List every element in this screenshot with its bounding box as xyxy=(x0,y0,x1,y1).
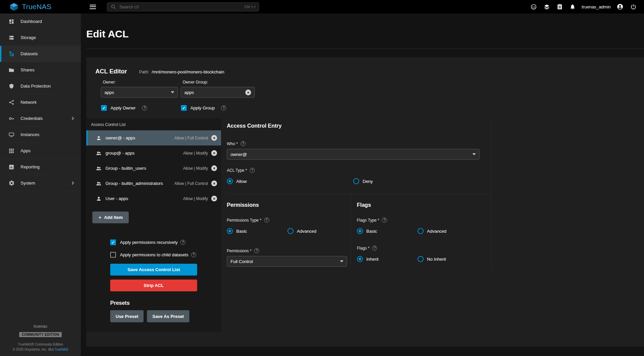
acl-list-heading: Access Control List xyxy=(86,118,221,130)
help-icon[interactable] xyxy=(221,105,226,110)
radio-permissions-advanced[interactable]: Advanced xyxy=(287,228,348,234)
search-bar[interactable]: Ctrl + / xyxy=(107,2,259,11)
help-icon[interactable] xyxy=(250,168,255,173)
apply-recursively-checkbox[interactable] xyxy=(110,239,116,245)
truenas-app: TrueNAS Ctrl + / truenas_admi xyxy=(0,0,644,356)
sidebar-item-credentials[interactable]: Credentials xyxy=(0,110,81,127)
sidebar-item-dashboard[interactable]: Dashboard xyxy=(0,13,81,30)
user-menu-button[interactable] xyxy=(615,1,625,12)
acl-entry-permission: Allow | Modify xyxy=(183,196,208,201)
help-icon[interactable] xyxy=(180,240,185,245)
acl-entry-row[interactable]: User - apps Allow | Modify xyxy=(86,191,221,206)
sidebar-item-label: Storage xyxy=(21,35,36,40)
flags-radio-group: Inherit No Inherit xyxy=(357,256,491,262)
help-icon[interactable] xyxy=(254,248,259,253)
plus-icon xyxy=(98,215,102,220)
sidebar-item-label: Shares xyxy=(21,67,34,72)
edition-text: TrueNAS® Community Edition xyxy=(0,343,81,346)
apply-recursively-label: Apply permissions recursively xyxy=(120,240,178,245)
who-select[interactable]: owner@ xyxy=(227,149,480,160)
sidebar-item-storage[interactable]: Storage xyxy=(0,30,81,46)
sidebar-item-data-protection[interactable]: Data Protection xyxy=(0,78,81,94)
apply-owner-checkbox[interactable] xyxy=(101,105,107,111)
remove-entry-icon[interactable] xyxy=(211,165,217,171)
radio-flags-advanced[interactable]: Advanced xyxy=(418,228,478,234)
chevron-down-icon xyxy=(171,91,174,93)
radio-no-inherit[interactable]: No Inherit xyxy=(418,256,478,262)
truenas-logo[interactable]: TrueNAS xyxy=(0,3,81,11)
sidebar-item-datasets[interactable]: Datasets xyxy=(0,46,81,62)
sidebar-item-apps[interactable]: Apps xyxy=(0,143,81,159)
sidebar-item-system[interactable]: System xyxy=(0,175,81,191)
help-icon[interactable] xyxy=(142,105,147,110)
radio-flags-basic[interactable]: Basic xyxy=(357,228,418,234)
acl-entry-permission: Allow | Full Control xyxy=(174,181,208,186)
radio-deny[interactable]: Deny xyxy=(353,178,480,184)
help-icon[interactable] xyxy=(382,218,387,223)
chevron-down-icon xyxy=(472,153,476,155)
sidebar-item-instances[interactable]: Instances xyxy=(0,127,81,143)
title-divider xyxy=(86,48,644,49)
owner-group-value: apps xyxy=(184,90,245,95)
use-preset-button[interactable]: Use Preset xyxy=(110,310,144,322)
radio-allow[interactable]: Allow xyxy=(227,178,353,184)
remove-entry-icon[interactable] xyxy=(211,196,217,201)
sidebar-item-label: Reporting xyxy=(21,164,39,169)
preset-buttons-row: Use Preset Save As Preset xyxy=(110,310,197,322)
top-bar: TrueNAS Ctrl + / truenas_admi xyxy=(0,0,644,13)
save-as-preset-button[interactable]: Save As Preset xyxy=(147,310,189,322)
owner-value: apps xyxy=(104,90,171,95)
help-icon[interactable] xyxy=(191,252,196,257)
sidebar-item-label: Instances xyxy=(21,132,39,137)
permissions-type-label: Permissions Type * xyxy=(227,218,350,223)
sidebar-item-network[interactable]: Network xyxy=(0,94,81,110)
acl-entry-row[interactable]: owner@ - apps Allow | Full Control xyxy=(86,130,221,145)
add-item-button[interactable]: Add Item xyxy=(92,212,129,223)
edition-badge: COMMUNITY EDITION xyxy=(19,332,62,337)
owner-select[interactable]: apps xyxy=(101,87,178,98)
acl-entry-row[interactable]: group@ - apps Allow | Modify xyxy=(86,145,221,161)
power-menu-button[interactable] xyxy=(628,2,639,12)
owner-group-input[interactable]: apps xyxy=(181,87,255,98)
user-icon xyxy=(96,135,102,141)
strip-acl-button[interactable]: Strip ACL xyxy=(110,280,197,291)
help-icon[interactable] xyxy=(241,141,246,146)
permissions-select[interactable]: Full Control xyxy=(227,256,347,267)
help-icon[interactable] xyxy=(372,246,377,251)
who-label: Who * xyxy=(227,141,644,146)
remove-entry-icon[interactable] xyxy=(211,135,217,141)
alerts-button[interactable] xyxy=(568,2,578,12)
sidebar-toggle-button[interactable] xyxy=(88,3,98,11)
user-avatar-icon xyxy=(617,3,623,10)
help-icon[interactable] xyxy=(264,218,269,223)
logged-in-username: truenas_admin xyxy=(582,4,611,9)
apply-to-child-datasets-checkbox[interactable] xyxy=(110,252,116,258)
acl-entry-row[interactable]: Group - builtin_users Allow | Modify xyxy=(86,161,221,176)
sidebar: Dashboard Storage Datasets Shares Data P… xyxy=(0,13,81,356)
permissions-column: Permissions Permissions Type * Basic xyxy=(227,194,350,267)
sidebar-item-reporting[interactable]: Reporting xyxy=(0,159,81,175)
search-input[interactable] xyxy=(119,4,242,10)
gear-icon xyxy=(8,180,15,186)
acl-entry-row[interactable]: Group - builtin_administrators Allow | F… xyxy=(86,176,221,191)
owner-field-group: Owner: apps xyxy=(101,80,178,98)
radio-inherit[interactable]: Inherit xyxy=(357,256,418,262)
acl-entry-permission: Allow | Modify xyxy=(183,151,208,156)
sidebar-item-shares[interactable]: Shares xyxy=(0,62,81,78)
permissions-value: Full Control xyxy=(231,259,340,264)
main-content: Edit ACL ACL Editor Path:/mnt/monero-poo… xyxy=(81,13,644,356)
apply-group-label: Apply Group xyxy=(190,105,215,110)
acl-type-radio-group: Allow Deny xyxy=(227,178,644,184)
sidebar-footer: truenas COMMUNITY EDITION TrueNAS® Commu… xyxy=(0,324,81,356)
remove-entry-icon[interactable] xyxy=(211,181,217,186)
clear-field-icon[interactable] xyxy=(245,90,251,95)
recursive-checkbox-row: Apply permissions recursively xyxy=(110,239,197,245)
save-acl-button[interactable]: Save Access Control List xyxy=(110,264,197,276)
truecommand-button[interactable] xyxy=(542,2,552,12)
truenas-link[interactable]: TrueNAS xyxy=(55,348,68,351)
remove-entry-icon[interactable] xyxy=(211,150,217,156)
feedback-button[interactable] xyxy=(528,2,539,12)
jobs-button[interactable] xyxy=(555,2,565,12)
apply-group-checkbox[interactable] xyxy=(181,105,187,111)
radio-permissions-basic[interactable]: Basic xyxy=(227,228,287,234)
